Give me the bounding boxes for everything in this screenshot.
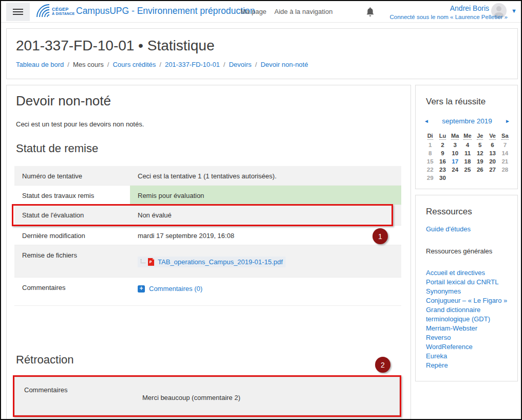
expand-plus-icon[interactable]: + [138,285,145,293]
resources-body: Guide d'études Ressources générales Accu… [426,222,508,370]
resource-link-7[interactable]: WordReference [426,342,508,352]
resource-link-3[interactable]: Conjugueur – « Le Figaro » [426,296,508,305]
calendar-day-5: 5 [474,142,486,149]
feedback-comments-panel: Commentaires Merci beaucoup (commentaire… [14,377,400,415]
calendar-day-header-Je: Je [477,133,483,140]
breadcrumb-separator: / [107,61,109,68]
row-value: Ceci est la tentative 1 (1 tentatives au… [130,166,401,185]
calendar-day-28: 28 [499,167,511,173]
notifications-bell-icon[interactable] [366,7,375,17]
breadcrumb-separator: / [159,61,161,68]
table-row-submission-status: Statut des travaux remis Remis pour éval… [14,186,401,205]
logged-in-as-link[interactable]: Connecté sous le nom « Laurence Pelletie… [389,14,508,20]
nav-item-ma-page[interactable]: Ma page [240,8,267,15]
feedback-comments-label: Commentaires [24,386,68,394]
calendar-day-8: 8 [424,150,436,157]
calendar-day-16: 16 [436,158,449,165]
submission-status-badge: Remis pour évaluation [130,186,401,205]
hamburger-menu-button[interactable] [6,3,30,21]
table-row-last-modified: Dernière modification mardi 17 septembre… [14,226,401,245]
calendar-empty-cell [474,175,486,181]
calendar-day-3: 3 [449,142,461,149]
grading-status-value: Non évalué [130,205,401,225]
breadcrumb-item-4[interactable]: Devoirs [229,61,251,68]
comments-count-link[interactable]: Commentaires (0) [149,285,202,293]
breadcrumb-item-1: Mes cours [73,61,104,68]
pdf-file-icon [147,258,155,266]
calendar-day-18: 18 [461,158,474,165]
resource-link-6[interactable]: Reverso [426,333,508,342]
logo-arcs-icon [35,4,50,19]
feedback-comment-text: Merci beaucoup (commentaire 2) [142,394,240,401]
calendar-day-12: 12 [474,150,486,157]
submitted-file-item[interactable]: TAB_operations_Campus_2019-01-15.pdf [138,257,286,267]
calendar-day-13: 13 [486,150,498,157]
sidebar-resources-block: Ressources Guide d'études Ressources gén… [415,195,518,381]
main-content-box: Devoir non-noté Ceci est un test pour le… [6,85,411,419]
resource-link-5[interactable]: Merriam-Webster [426,324,508,333]
table-row-attempt-number: Numéro de tentative Ceci est la tentativ… [14,166,401,186]
calendar-empty-cell [461,175,474,181]
table-row-file-submissions: Remise de fichiers TAB_operations_Campus… [14,245,401,278]
user-name-link[interactable]: Andrei Boris [450,4,489,12]
breadcrumb-item-5[interactable]: Devoir non-noté [260,61,308,68]
calendar-day-1: 1 [424,142,436,149]
calendar-day-7: 7 [499,142,511,149]
resource-link-4[interactable]: Grand dictionnaire terminologique (GDT) [426,305,508,324]
breadcrumb-item-3[interactable]: 201-337-FD-10-01 [165,61,220,68]
calendar-day-22: 22 [424,167,436,173]
logo-text: CÉGEP À DISTANCE [52,7,74,16]
hamburger-icon [13,9,23,10]
resource-link-guide-etudes[interactable]: Guide d'études [426,225,508,233]
resource-link-9[interactable]: Repère [426,361,508,370]
calendar-day-17: 17 [449,158,461,165]
annotation-badge-2: 2 [375,357,390,373]
calendar-day-24: 24 [449,167,461,173]
user-menu-caret-down-icon[interactable]: ▼ [511,8,517,14]
site-brand-link[interactable]: CampusUPG - Environnement préproduction [76,6,255,16]
cegep-a-distance-logo[interactable]: CÉGEP À DISTANCE [35,4,74,19]
resources-links: Accueil et directivesPortail lexical du … [426,268,508,370]
calendar-day-header-Di: Di [427,133,433,140]
sidebar-success-block: Vers la réussite ◄ septembre 2019 ► DiLu… [415,85,518,189]
row-label: Dernière modification [14,226,130,245]
table-row-comments: Commentaires + Commentaires (0) [14,278,401,306]
resource-link-2[interactable]: Synonymes [426,287,508,296]
calendar-next-icon[interactable]: ► [504,118,511,124]
nav-item-aide-navigation[interactable]: Aide à la navigation [274,8,332,15]
breadcrumb-separator: / [67,61,69,68]
submission-status-heading: Statut de remise [16,142,98,155]
calendar-day-header-Sa: Sa [501,133,508,140]
calendar-month-label[interactable]: septembre 2019 [442,117,492,125]
resource-link-8[interactable]: Eureka [426,352,508,361]
resource-link-0[interactable]: Accueil et directives [426,268,508,278]
submitted-file-link[interactable]: TAB_operations_Campus_2019-01-15.pdf [158,258,283,266]
annotation-highlight-box-2: Commentaires Merci beaucoup (commentaire… [13,375,401,417]
success-block-title: Vers la réussite [426,97,486,107]
row-label: Numéro de tentative [14,166,130,185]
resource-link-1[interactable]: Portail lexical du CNRTL [426,278,508,287]
annotation-badge-1: 1 [372,228,388,244]
calendar-day-20: 20 [486,158,498,165]
calendar-day-header-Ve: Ve [489,133,496,140]
calendar-day-26: 26 [474,167,486,173]
screen: CÉGEP À DISTANCE CampusUPG - Environneme… [0,0,522,420]
breadcrumb-separator: / [255,61,257,68]
calendar-day-4: 4 [461,142,474,149]
calendar-prev-icon[interactable]: ◄ [423,118,430,124]
calendar-day-headers: DiLuMaMeJeVeSa [424,133,511,140]
breadcrumb-item-0[interactable]: Tableau de bord [16,61,64,68]
breadcrumb: Tableau de bord/Mes cours/Cours crédités… [16,61,308,68]
breadcrumb-separator: / [223,61,226,68]
feedback-heading: Rétroaction [16,353,74,367]
calendar-day-14: 14 [499,150,511,157]
submission-status-table: Numéro de tentative Ceci est la tentativ… [14,166,401,306]
resources-subheading: Ressources générales [426,247,508,255]
calendar-day-9: 9 [436,150,449,157]
calendar-day-header-Me: Me [463,133,471,140]
breadcrumb-item-2[interactable]: Cours crédités [113,61,156,68]
comments-expand-control[interactable]: + Commentaires (0) [138,285,396,293]
resources-block-title: Ressources [426,207,472,217]
top-navbar: CÉGEP À DISTANCE CampusUPG - Environneme… [1,1,521,23]
calendar-empty-cell [499,175,511,181]
